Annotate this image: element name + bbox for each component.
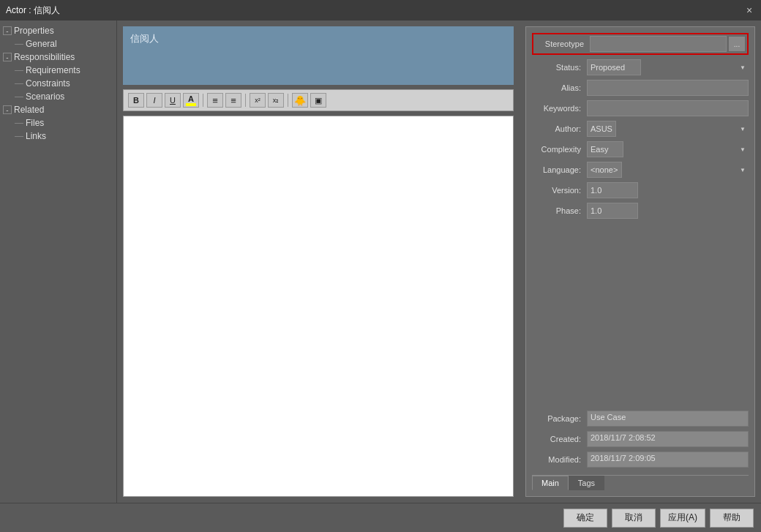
sidebar-label-constraints: Constraints: [26, 78, 70, 89]
version-row: Version:: [532, 182, 749, 198]
bullet-list-button[interactable]: ≡: [207, 93, 223, 108]
image-button[interactable]: ▣: [310, 93, 326, 108]
toolbar-sep-1: [203, 94, 203, 107]
italic-button[interactable]: I: [146, 93, 162, 108]
toolbar-sep-3: [288, 94, 288, 107]
actor-name: 信阅人: [130, 33, 159, 44]
superscript-button[interactable]: x²: [250, 93, 266, 108]
created-row: Created: 2018/11/7 2:08:52: [532, 431, 749, 447]
modified-value: 2018/11/7 2:09:05: [587, 452, 749, 468]
version-input[interactable]: [587, 182, 638, 198]
color-bar: [186, 103, 196, 106]
stereotype-browse-button[interactable]: ...: [728, 36, 746, 52]
dash-requirements: —: [15, 65, 23, 75]
editor-area[interactable]: [123, 116, 514, 497]
phase-row: Phase:: [532, 203, 749, 219]
sidebar-item-properties[interactable]: - Properties: [0, 24, 116, 37]
complexity-select[interactable]: Easy Medium Hard: [587, 141, 623, 157]
sidebar-label-scenarios: Scenarios: [26, 91, 64, 102]
language-row: Language: <none>: [532, 162, 749, 178]
sidebar-label-general: General: [26, 39, 57, 49]
complexity-label: Complexity: [532, 145, 587, 154]
expand-icon-properties: -: [3, 26, 12, 35]
help-button[interactable]: 帮助: [710, 509, 754, 528]
toolbar-sep-2: [245, 94, 246, 107]
status-select-wrapper: Proposed Approved Implemented Verified R…: [587, 59, 749, 75]
sidebar-label-files: Files: [26, 118, 44, 128]
dash-links: —: [15, 131, 23, 141]
sidebar-item-responsibilities[interactable]: - Responsibilities: [0, 50, 116, 64]
numbered-list-button[interactable]: ≡: [225, 93, 241, 108]
emoji-button[interactable]: 🐥: [292, 93, 308, 108]
status-label: Status:: [532, 63, 587, 72]
sidebar-label-properties: Properties: [14, 26, 54, 36]
apply-button[interactable]: 应用(A): [660, 509, 705, 528]
alias-label: Alias:: [532, 83, 587, 92]
sidebar-item-constraints[interactable]: — Constraints: [0, 77, 116, 90]
sidebar: - Properties — General - Responsibilitie…: [0, 20, 117, 503]
cancel-button[interactable]: 取消: [612, 509, 656, 528]
language-label: Language:: [532, 165, 587, 174]
dash-files: —: [15, 118, 23, 128]
sidebar-item-scenarios[interactable]: — Scenarios: [0, 90, 116, 103]
sidebar-item-related[interactable]: - Related: [0, 103, 116, 116]
dash-scenarios: —: [15, 91, 23, 102]
properties-box: Stereotype ... Status: Proposed Approved…: [525, 26, 755, 497]
language-select-wrapper: <none>: [587, 162, 749, 178]
expand-icon-responsibilities: -: [3, 53, 12, 61]
font-color-button[interactable]: A: [183, 93, 199, 108]
sidebar-item-requirements[interactable]: — Requirements: [0, 64, 116, 77]
subscript-button[interactable]: x₂: [268, 93, 284, 108]
created-value: 2018/11/7 2:08:52: [587, 431, 749, 447]
name-display: 信阅人: [123, 26, 514, 85]
underline-button[interactable]: U: [165, 93, 181, 108]
status-row: Status: Proposed Approved Implemented Ve…: [532, 59, 749, 75]
stereotype-input[interactable]: [590, 36, 727, 52]
title-bar: Actor : 信阅人 ×: [0, 0, 761, 20]
right-panel: Stereotype ... Status: Proposed Approved…: [520, 20, 761, 503]
author-row: Author: ASUS: [532, 121, 749, 137]
complexity-select-wrapper: Easy Medium Hard: [587, 141, 749, 157]
alias-input[interactable]: [587, 80, 749, 96]
main-content: - Properties — General - Responsibilitie…: [0, 20, 761, 503]
tab-tags[interactable]: Tags: [569, 476, 604, 490]
phase-input[interactable]: [587, 203, 638, 219]
bold-button[interactable]: B: [128, 93, 144, 108]
keywords-row: Keywords:: [532, 100, 749, 116]
dialog: Actor : 信阅人 × - Properties — General - R…: [0, 0, 761, 532]
language-select[interactable]: <none>: [587, 162, 622, 178]
font-color-letter: A: [188, 94, 194, 103]
tab-main[interactable]: Main: [532, 476, 569, 490]
stereotype-label: Stereotype: [535, 40, 590, 48]
complexity-row: Complexity Easy Medium Hard: [532, 141, 749, 157]
modified-label: Modified:: [532, 455, 587, 464]
sidebar-label-links: Links: [26, 131, 46, 141]
tabs-row: Main Tags: [532, 475, 749, 490]
sidebar-item-files[interactable]: — Files: [0, 116, 116, 130]
stereotype-row: Stereotype ...: [532, 33, 749, 55]
alias-row: Alias:: [532, 80, 749, 96]
author-select[interactable]: ASUS: [587, 121, 616, 137]
confirm-button[interactable]: 确定: [563, 509, 607, 528]
dialog-title: Actor : 信阅人: [6, 4, 60, 17]
center-panel: 信阅人 B I U A ≡ ≡ x² x₂ 🐥 ▣: [117, 20, 520, 503]
status-select[interactable]: Proposed Approved Implemented Verified R…: [587, 59, 641, 75]
author-label: Author:: [532, 124, 587, 133]
sidebar-label-responsibilities: Responsibilities: [14, 52, 75, 62]
sidebar-label-related: Related: [14, 105, 44, 115]
package-value: Use Case: [587, 411, 749, 427]
spacer: [532, 223, 749, 411]
sidebar-label-requirements: Requirements: [26, 65, 80, 75]
dash-constraints: —: [15, 78, 23, 89]
bottom-bar: 确定 取消 应用(A) 帮助: [0, 503, 761, 532]
dash-general: —: [15, 39, 23, 49]
phase-label: Phase:: [532, 206, 587, 215]
version-label: Version:: [532, 186, 587, 195]
modified-row: Modified: 2018/11/7 2:09:05: [532, 452, 749, 468]
keywords-input[interactable]: [587, 100, 749, 116]
close-button[interactable]: ×: [743, 4, 755, 16]
sidebar-item-links[interactable]: — Links: [0, 130, 116, 143]
package-label: Package:: [532, 414, 587, 423]
sidebar-item-general[interactable]: — General: [0, 37, 116, 50]
keywords-label: Keywords:: [532, 104, 587, 113]
